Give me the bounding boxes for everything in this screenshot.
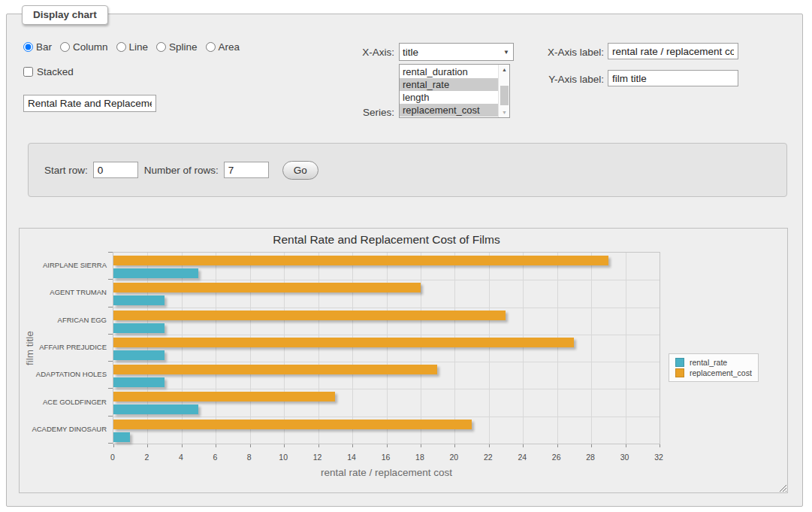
series-listbox[interactable]: rental_durationrental_ratelengthreplacem… [399, 64, 510, 118]
gridline-vertical [182, 253, 183, 444]
legend-item-rental_rate: rental_rate [675, 358, 752, 367]
x-axis-tick-mark [318, 444, 319, 447]
x-axis-select-label: X-Axis: [319, 47, 394, 58]
legend-label-replacement_cost: replacement_cost [690, 368, 752, 377]
gridline-vertical [318, 253, 319, 444]
page: Display chart BarColumnLineSplineArea St… [0, 0, 812, 512]
display-chart-panel: Display chart BarColumnLineSplineArea St… [6, 14, 803, 507]
chart-type-radio-area[interactable] [206, 42, 216, 52]
x-axis-tick-mark [147, 444, 148, 447]
x-axis-tick-mark [660, 444, 660, 447]
stacked-checkbox[interactable] [23, 67, 33, 77]
x-tick-label: 4 [166, 453, 196, 462]
y-axis-label-label: Y-Axis label: [465, 74, 604, 85]
chart-type-radio-line[interactable] [116, 42, 126, 52]
bar-rental_rate [113, 323, 165, 333]
y-axis-tick-mark [108, 252, 113, 253]
gridline-vertical [250, 253, 251, 444]
chart-type-option-area[interactable]: Area [206, 41, 240, 53]
chart-type-label-bar: Bar [36, 41, 52, 53]
chart-type-radio-spline[interactable] [156, 42, 166, 52]
gridline-vertical [489, 253, 490, 444]
x-axis-label-label: X-Axis label: [465, 47, 604, 58]
bar-replacement_cost [113, 365, 437, 374]
x-axis-tick-mark [557, 444, 558, 447]
scrollbar-down-icon[interactable]: ▼ [499, 108, 510, 117]
x-tick-label: 16 [371, 453, 401, 462]
bar-replacement_cost [113, 392, 335, 401]
bar-rental_rate [113, 432, 130, 442]
x-tick-label: 20 [439, 453, 469, 462]
y-axis-tick-mark [108, 361, 113, 362]
stacked-option[interactable]: Stacked [23, 66, 74, 77]
y-axis-tick-mark [108, 307, 113, 308]
chart-type-radio-column[interactable] [60, 42, 70, 52]
y-axis-label-input[interactable] [608, 70, 738, 86]
chart-title-input[interactable] [23, 95, 156, 112]
x-tick-label: 30 [610, 453, 640, 462]
resize-grip-icon[interactable] [778, 483, 786, 492]
gridline-horizontal [113, 389, 660, 389]
x-axis-tick-mark [523, 444, 524, 447]
series-option-length[interactable]: length [400, 91, 498, 104]
x-axis-tick-mark [454, 444, 455, 447]
x-axis-tick-mark [182, 444, 183, 447]
y-axis-tick-mark [108, 416, 113, 417]
y-axis-tick-mark [108, 388, 113, 389]
gridline-vertical [147, 253, 148, 444]
x-tick-label: 6 [200, 453, 230, 462]
start-row-label: Start row: [44, 165, 88, 176]
x-axis-label-input[interactable] [608, 43, 738, 59]
bar-rental_rate [113, 268, 198, 278]
chart-type-option-spline[interactable]: Spline [156, 41, 198, 53]
plot-area [113, 252, 660, 444]
bar-rental_rate [113, 404, 198, 414]
chart-type-group: BarColumnLineSplineArea [23, 41, 248, 53]
gridline-vertical [591, 253, 592, 444]
x-axis-tick-mark [250, 444, 251, 447]
chart-x-axis-title: rental rate / replacement cost [113, 467, 660, 478]
row-controls-panel: Start row: Number of rows: Go [28, 143, 787, 197]
series-option-replacement_cost[interactable]: replacement_cost [400, 104, 498, 117]
gridline-vertical [352, 253, 353, 444]
x-axis-tick-mark [421, 444, 421, 447]
listbox-scrollbar[interactable]: ▲ ▼ [498, 65, 509, 117]
y-tick-label: AGENT TRUMAN [20, 288, 107, 296]
legend-label-rental_rate: rental_rate [690, 358, 727, 367]
gridline-vertical [557, 253, 558, 444]
chart-type-option-bar[interactable]: Bar [23, 41, 52, 53]
chart-type-option-column[interactable]: Column [60, 41, 108, 53]
x-tick-label: 28 [575, 453, 605, 462]
y-tick-label: ACADEMY DINOSAUR [20, 425, 107, 433]
scrollbar-thumb[interactable] [500, 86, 509, 105]
x-tick-label: 0 [98, 453, 128, 462]
x-axis-tick-mark [591, 444, 592, 447]
y-axis-tick-mark [108, 443, 113, 444]
x-tick-label: 14 [337, 453, 367, 462]
x-axis-tick-mark [387, 444, 388, 447]
x-axis-tick-mark [489, 444, 490, 447]
gridline-vertical [284, 253, 285, 444]
chart-legend: rental_ratereplacement_cost [669, 353, 759, 382]
chart-type-label-spline: Spline [169, 41, 198, 53]
number-of-rows-input[interactable] [224, 162, 269, 178]
start-row-input[interactable] [93, 162, 138, 178]
chart-title: Rental Rate and Replacement Cost of Film… [113, 233, 660, 247]
y-tick-label: ACE GOLDFINGER [20, 398, 107, 406]
x-tick-label: 24 [507, 453, 537, 462]
gridline-vertical [387, 253, 388, 444]
go-button[interactable]: Go [282, 161, 318, 180]
chart-type-label-line: Line [129, 41, 149, 53]
number-of-rows-label: Number of rows: [144, 165, 219, 176]
gridline-vertical [626, 253, 626, 444]
y-tick-label: AFRICAN EGG [20, 316, 107, 324]
bar-replacement_cost [113, 283, 421, 292]
chart-type-option-line[interactable]: Line [116, 41, 149, 53]
gridline-vertical [421, 253, 421, 444]
chart-type-radio-bar[interactable] [23, 42, 33, 52]
gridline-horizontal [113, 280, 660, 280]
gridline-vertical [216, 253, 216, 444]
x-tick-label: 2 [131, 453, 161, 462]
bar-replacement_cost [113, 311, 506, 320]
x-tick-label: 18 [405, 453, 435, 462]
